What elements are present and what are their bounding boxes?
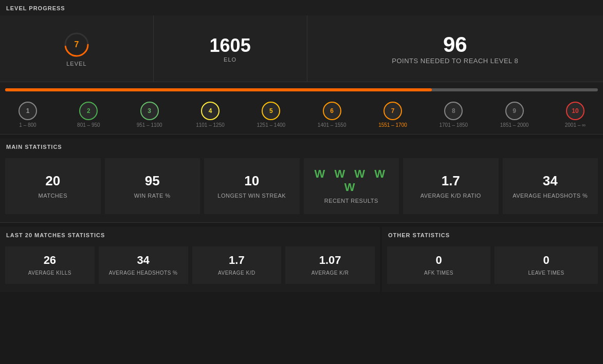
svg-text:7: 7	[74, 40, 79, 49]
level-badge-5: 5	[262, 102, 280, 120]
main-stat-card-2: 10LONGEST WIN STREAK	[204, 158, 300, 214]
level-item-3: 3951 – 1100	[129, 102, 170, 128]
last20-stat-label-2: AVERAGE K/D	[218, 270, 255, 277]
progress-bar-container: 11 – 8002801 – 9503951 – 110041101 – 125…	[0, 82, 603, 134]
main-stat-label-3: RECENT RESULTS	[324, 197, 378, 205]
main-stat-value-4: 1.7	[442, 173, 460, 189]
level-item-7: 71551 – 1700	[372, 102, 413, 128]
level-badge-2: 2	[79, 102, 98, 120]
elo-label: ELO	[224, 56, 236, 63]
points-box: 96 POINTS NEEDED TO REACH LEVEL 8	[307, 15, 604, 82]
last20-grid: 26AVERAGE KILLS34AVERAGE HEADSHOTS %1.7A…	[0, 242, 380, 292]
level-badge-num-1: 1	[26, 107, 30, 114]
bottom-row: LAST 20 MATCHES STATISTICS 26AVERAGE KIL…	[0, 227, 603, 292]
other-stat-label-1: LEAVE TIMES	[528, 270, 564, 277]
main-stat-value-0: 20	[45, 173, 60, 189]
level-item-5: 51251 – 1400	[250, 102, 291, 128]
main-stat-label-0: MATCHES	[39, 192, 67, 200]
main-stat-label-2: LONGEST WIN STREAK	[217, 192, 286, 200]
last20-stat-label-0: AVERAGE KILLS	[28, 270, 71, 277]
level-range-10: 2001 – ∞	[565, 122, 586, 128]
last20-title: LAST 20 MATCHES STATISTICS	[0, 227, 380, 242]
last20-stat-card-0: 26AVERAGE KILLS	[5, 246, 95, 284]
level-range-7: 1551 – 1700	[378, 122, 407, 128]
level-range-9: 1851 – 2000	[500, 122, 529, 128]
points-value: 96	[443, 32, 467, 57]
last20-stat-label-3: AVERAGE K/R	[312, 270, 349, 277]
level-badge-4: 4	[201, 102, 220, 120]
level-badge-num-6: 6	[330, 107, 334, 114]
last20-stat-value-0: 26	[44, 254, 56, 267]
main-stat-card-1: 95WIN RATE %	[105, 158, 200, 214]
main-stat-value-3: W W W W W	[309, 167, 394, 194]
other-stat-value-0: 0	[435, 254, 442, 267]
level-badge-num-2: 2	[87, 107, 90, 114]
levels-row: 11 – 8002801 – 9503951 – 110041101 – 125…	[5, 102, 598, 128]
level-item-10: 102001 – ∞	[555, 102, 596, 128]
main-stat-card-4: 1.7AVERAGE K/D RATIO	[403, 158, 499, 214]
level-range-3: 951 – 1100	[137, 122, 162, 128]
main-stat-value-2: 10	[244, 173, 259, 189]
level-label-text: LEVEL	[66, 61, 86, 67]
main-stats-grid: 20MATCHES95WIN RATE %10LONGEST WIN STREA…	[0, 154, 603, 222]
main-stat-card-3: W W W W WRECENT RESULTS	[304, 158, 399, 214]
last20-stat-value-1: 34	[137, 254, 149, 267]
last20-stat-value-2: 1.7	[229, 254, 245, 267]
level-progress-section: LEVEL PROGRESS 7 LEVEL 1605 ELO 96 POINT…	[0, 0, 603, 135]
points-label: POINTS NEEDED TO REACH LEVEL 8	[392, 57, 518, 65]
level-progress-title: LEVEL PROGRESS	[0, 0, 603, 15]
other-stat-card-1: 0LEAVE TIMES	[495, 246, 598, 284]
main-stats-section: MAIN STATISTICS 20MATCHES95WIN RATE %10L…	[0, 139, 603, 223]
progress-bar-fill	[5, 88, 432, 91]
level-badge-7: 7	[383, 102, 402, 120]
level-range-5: 1251 – 1400	[257, 122, 286, 128]
last20-stat-card-2: 1.7AVERAGE K/D	[192, 246, 282, 284]
level-gauge-icon: 7	[63, 31, 90, 59]
main-stat-value-5: 34	[543, 173, 558, 189]
level-top-row: 7 LEVEL 1605 ELO 96 POINTS NEEDED TO REA…	[0, 15, 603, 82]
main-stat-label-5: AVERAGE HEADSHOTS %	[513, 192, 588, 200]
level-range-2: 801 – 950	[77, 122, 100, 128]
other-stats-title: OTHER STATISTICS	[382, 227, 603, 242]
main-stats-title: MAIN STATISTICS	[0, 139, 603, 154]
level-item-9: 91851 – 2000	[494, 102, 535, 128]
level-badge-num-9: 9	[513, 107, 516, 114]
last20-stat-label-1: AVERAGE HEADSHOTS %	[109, 270, 178, 277]
level-box: 7 LEVEL	[0, 15, 154, 82]
level-badge-10: 10	[566, 102, 584, 120]
level-range-8: 1701 – 1850	[439, 122, 468, 128]
main-stat-value-1: 95	[145, 173, 160, 189]
level-item-2: 2801 – 950	[68, 102, 109, 128]
level-badge-8: 8	[444, 102, 463, 120]
level-range-4: 1101 – 1250	[196, 122, 225, 128]
last20-section: LAST 20 MATCHES STATISTICS 26AVERAGE KIL…	[0, 227, 380, 292]
level-range-1: 1 – 800	[19, 122, 36, 128]
level-range-6: 1401 – 1550	[318, 122, 346, 128]
level-item-4: 41101 – 1250	[190, 102, 231, 128]
last20-stat-card-1: 34AVERAGE HEADSHOTS %	[99, 246, 188, 284]
main-stat-card-5: 34AVERAGE HEADSHOTS %	[503, 158, 598, 214]
other-stats-section: OTHER STATISTICS 0AFK TIMES0LEAVE TIMES	[382, 227, 603, 292]
level-badge-num-3: 3	[148, 107, 151, 114]
level-badge-num-4: 4	[209, 107, 212, 114]
other-stats-grid: 0AFK TIMES0LEAVE TIMES	[382, 242, 603, 292]
last20-stat-card-3: 1.07AVERAGE K/R	[285, 246, 375, 284]
level-item-6: 61401 – 1550	[312, 102, 353, 128]
other-stat-card-0: 0AFK TIMES	[387, 246, 490, 284]
elo-box: 1605 ELO	[154, 15, 307, 82]
elo-value: 1605	[210, 35, 251, 56]
level-item-1: 11 – 800	[7, 102, 48, 128]
level-badge-num-10: 10	[572, 107, 578, 114]
level-item-8: 81701 – 1850	[433, 102, 474, 128]
level-badge-6: 6	[323, 102, 341, 120]
level-badge-3: 3	[140, 102, 159, 120]
progress-bar-track	[5, 88, 598, 91]
level-badge-num-7: 7	[391, 107, 395, 114]
main-stat-label-4: AVERAGE K/D RATIO	[421, 192, 481, 200]
level-badge-num-8: 8	[452, 107, 455, 114]
last20-stat-value-3: 1.07	[319, 254, 341, 267]
main-stat-card-0: 20MATCHES	[5, 158, 101, 214]
other-stat-value-1: 0	[543, 254, 549, 267]
main-stat-label-1: WIN RATE %	[134, 192, 171, 200]
level-badge-9: 9	[505, 102, 524, 120]
